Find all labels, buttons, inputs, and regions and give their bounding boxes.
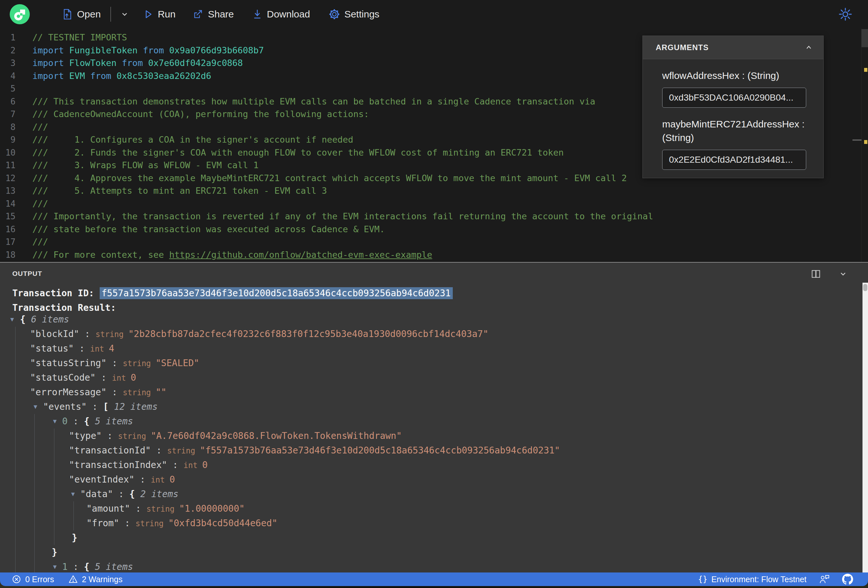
- indent-guide: [34, 429, 35, 443]
- line-number: 3: [0, 57, 16, 70]
- output-scrollbar-thumb[interactable]: [863, 284, 867, 291]
- output-panel: OUTPUT Transaction ID: f557a1573b76aa53e…: [0, 262, 868, 572]
- tree-row: ▼1 : { 5 items: [0, 560, 868, 572]
- indent-guide: [54, 429, 55, 443]
- editor-scrollbar-thumb[interactable]: [862, 29, 868, 47]
- transaction-id-value[interactable]: f557a1573b76aa53e73d46f3e10d200d5c18a653…: [100, 287, 453, 299]
- code-line: 18/// For more context, see https://gith…: [0, 248, 868, 261]
- tree-collapse-toggle[interactable]: ▼: [70, 487, 76, 501]
- indent-guide: [54, 487, 55, 501]
- indent-guide: [15, 472, 16, 487]
- line-number: 8: [0, 121, 16, 134]
- indent-guide: [34, 458, 35, 472]
- tree-row: "statusCode" : int 0: [0, 370, 868, 385]
- tree-row: ▼0 : { 5 items: [0, 414, 868, 429]
- line-number: 6: [0, 96, 16, 108]
- tree-row: "transactionIndex" : int 0: [0, 458, 868, 472]
- tree-row: "status" : int 4: [0, 341, 868, 356]
- indent-guide: [34, 472, 35, 487]
- run-button[interactable]: Run: [143, 9, 176, 20]
- indent-guide: [74, 516, 74, 531]
- toolbar-separator: [110, 7, 111, 22]
- environment-status[interactable]: {} Environment: Flow Testnet: [698, 575, 806, 584]
- collapse-chevron-up-icon[interactable]: [804, 43, 813, 52]
- github-icon[interactable]: [842, 574, 853, 585]
- run-label: Run: [158, 9, 176, 20]
- warning-triangle-icon: [68, 575, 78, 584]
- line-number: 4: [0, 70, 16, 83]
- code-line: 15/// Importantly, the transaction is re…: [0, 210, 868, 223]
- indent-guide: [15, 370, 16, 385]
- download-button[interactable]: Download: [252, 9, 310, 20]
- transaction-id-label: Transaction ID:: [12, 288, 100, 299]
- tree-collapse-toggle[interactable]: ▼: [52, 560, 58, 572]
- argument-input-wflow[interactable]: [662, 88, 806, 108]
- code-line: 14///: [0, 197, 868, 210]
- tree-row: "eventIndex" : int 0: [0, 472, 868, 487]
- line-number: 13: [0, 185, 16, 197]
- warnings-status[interactable]: 2 Warnings: [68, 575, 123, 584]
- indent-guide: [54, 472, 55, 487]
- feedback-person-icon[interactable]: [819, 574, 830, 584]
- indent-guide: [34, 443, 35, 458]
- indent-guide: [54, 531, 55, 545]
- share-button[interactable]: Share: [192, 9, 234, 20]
- argument-label: maybeMintERC721AddressHex : (String): [662, 117, 814, 144]
- indent-guide: [15, 458, 16, 472]
- indent-guide: [54, 501, 55, 516]
- download-label: Download: [267, 9, 310, 20]
- line-number: 17: [0, 236, 16, 249]
- code-link[interactable]: https://github.com/onflow/batched-evm-ex…: [169, 250, 433, 260]
- indent-guide: [34, 531, 35, 545]
- indent-guide: [15, 356, 16, 370]
- arguments-panel: ARGUMENTS wflowAddressHex : (String) may…: [642, 35, 824, 178]
- open-dropdown-button[interactable]: [120, 9, 130, 19]
- tree-collapse-toggle[interactable]: ▼: [32, 399, 38, 414]
- toolbar: Open Run Share Download: [0, 0, 868, 28]
- errors-label: 0 Errors: [25, 575, 54, 584]
- collapse-output-chevron-icon[interactable]: [838, 268, 849, 280]
- line-number: 11: [0, 159, 16, 172]
- tree-row: "type" : string "A.7e60df042a9c0868.Flow…: [0, 429, 868, 443]
- indent-guide: [15, 429, 16, 443]
- line-number: 15: [0, 210, 16, 223]
- line-number: 18: [0, 249, 16, 262]
- tree-row: "from" : string "0xfd3b4cd50d44e6ed": [0, 516, 868, 531]
- line-number: 2: [0, 44, 16, 57]
- settings-button[interactable]: Settings: [329, 9, 379, 20]
- arguments-header[interactable]: ARGUMENTS: [643, 36, 823, 59]
- braces-icon: {}: [698, 575, 707, 584]
- indent-guide: [54, 443, 55, 458]
- indent-guide: [34, 516, 35, 531]
- share-label: Share: [208, 9, 234, 20]
- indent-guide: [34, 560, 35, 572]
- tree-row: }: [0, 545, 868, 560]
- open-label: Open: [77, 9, 100, 20]
- tree-collapse-toggle[interactable]: ▼: [52, 414, 58, 429]
- chevron-down-icon: [120, 9, 130, 19]
- indent-guide: [15, 516, 16, 531]
- warnings-label: 2 Warnings: [82, 575, 123, 584]
- flow-logo[interactable]: [10, 4, 30, 24]
- run-icon: [143, 9, 153, 19]
- indent-guide: [15, 501, 16, 516]
- indent-guide: [34, 487, 35, 501]
- indent-guide: [54, 516, 55, 531]
- indent-guide: [15, 443, 16, 458]
- indent-guide: [34, 545, 35, 560]
- line-number: 14: [0, 197, 16, 211]
- errors-status[interactable]: 0 Errors: [12, 575, 54, 584]
- line-number: 7: [0, 108, 16, 121]
- open-file-icon: [62, 9, 72, 20]
- theme-toggle-sun-icon[interactable]: [838, 7, 852, 21]
- editor-scrollbar-track: [861, 28, 862, 262]
- indent-guide: [15, 414, 16, 429]
- indent-guide: [15, 385, 16, 399]
- output-scrollbar-track[interactable]: [862, 283, 868, 572]
- argument-input-maybemint[interactable]: [662, 150, 806, 170]
- open-button[interactable]: Open: [62, 9, 100, 20]
- indent-guide: [15, 327, 16, 341]
- tree-row: "statusString" : string "SEALED": [0, 356, 868, 370]
- tree-collapse-toggle[interactable]: ▼: [9, 312, 15, 327]
- split-view-icon[interactable]: [810, 268, 821, 280]
